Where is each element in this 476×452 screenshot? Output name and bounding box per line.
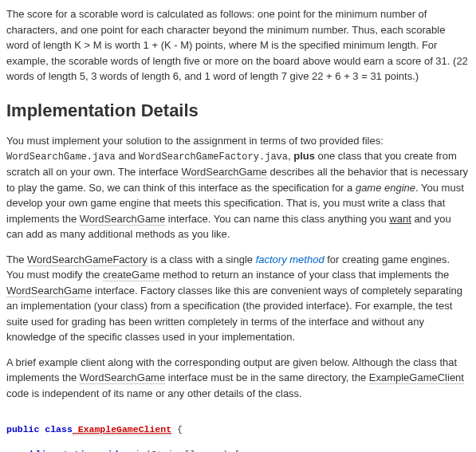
impl-paragraph-2: The WordSearchGameFactory is a class wit… <box>6 252 470 345</box>
method-name[interactable]: main( <box>118 449 151 452</box>
code-text: [] args) { <box>184 449 239 452</box>
keyword: public static void <box>19 449 118 452</box>
class-name[interactable]: ExampleGameClient <box>73 424 171 435</box>
class-link[interactable]: ExampleGameClient <box>369 371 464 384</box>
filename-2: WordSearchGameFactory.java <box>139 151 288 163</box>
section-heading: Implementation Details <box>6 97 470 124</box>
code-block: public class ExampleGameClient { public … <box>6 411 470 452</box>
method-link[interactable]: createGame <box>103 269 160 281</box>
interface-link[interactable]: WordSearchGame <box>80 371 165 384</box>
interface-link[interactable]: WordSearchGame <box>80 213 165 226</box>
interface-link[interactable]: WordSearchGame <box>181 166 266 179</box>
text: and <box>116 150 139 162</box>
emphasis: plus <box>293 150 315 162</box>
keyword: public class <box>6 424 73 434</box>
interface-link[interactable]: WordSearchGame <box>6 285 92 297</box>
scoring-paragraph: The score for a scorable word is calcula… <box>6 6 470 85</box>
filename-1: WordSearchGame.java <box>6 151 116 163</box>
impl-paragraph-3: A brief example client along with the co… <box>6 355 470 402</box>
underlined-text: want <box>389 213 411 225</box>
text: code is independent of its name or any o… <box>6 387 302 399</box>
term: game engine <box>356 182 415 194</box>
text: method to return an instance of your cla… <box>159 269 449 281</box>
code-text: { <box>171 424 183 434</box>
type: String <box>151 449 184 452</box>
text: interface must be in the same directory,… <box>165 371 369 383</box>
text: You must implement your solution to the … <box>6 135 384 147</box>
text: The <box>6 254 27 265</box>
term-link[interactable]: factory method <box>256 254 325 265</box>
text: interface. You can name this class anyth… <box>165 213 389 225</box>
class-link[interactable]: WordSearchGameFactory <box>27 254 148 266</box>
text: is a class with a single <box>148 254 256 265</box>
impl-paragraph-1: You must implement your solution to the … <box>6 133 470 242</box>
